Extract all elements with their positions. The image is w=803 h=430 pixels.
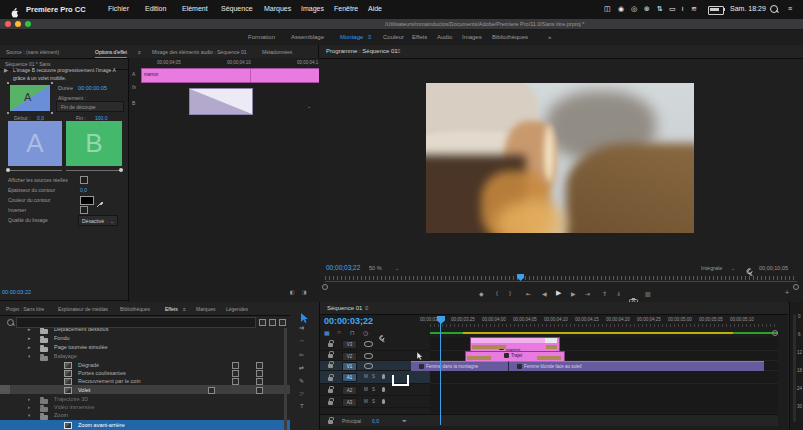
timeline-timecode[interactable]: 00:00:03;22 bbox=[324, 316, 373, 326]
folder-arrow-icon[interactable]: ▸ bbox=[28, 328, 31, 332]
folder-arrow-icon[interactable]: ▸ bbox=[28, 396, 31, 402]
tab-marques[interactable]: Marques bbox=[196, 306, 215, 312]
clip-v1-segment-1[interactable]: Femme dans la montagne bbox=[411, 361, 508, 371]
menu-aide[interactable]: Aide bbox=[368, 5, 382, 12]
zoom-window-button[interactable] bbox=[25, 21, 31, 27]
tab-source[interactable]: Source : (sans élément) bbox=[6, 49, 59, 55]
opt-border-width-value[interactable]: 0,0 bbox=[80, 187, 87, 193]
extract-button[interactable]: ⇓ bbox=[616, 290, 621, 297]
menu-fichier[interactable]: Fichier bbox=[108, 5, 129, 12]
tab-explorateur[interactable]: Explorateur de médias bbox=[58, 306, 108, 312]
lift-button[interactable]: ⇑ bbox=[602, 290, 607, 297]
accelerated-effects-badge[interactable] bbox=[259, 319, 266, 326]
folder-arrow-icon[interactable]: ▸ bbox=[28, 344, 31, 350]
add-marker-button[interactable]: ◆ bbox=[479, 290, 484, 297]
linked-selection-icon[interactable]: ⊓ bbox=[350, 329, 355, 336]
tab-options-effet[interactable]: Options d'effet bbox=[95, 49, 127, 58]
opt-smoothing-dropdown[interactable]: Désactivé ⌄ bbox=[78, 215, 118, 226]
workspace-tab-audio[interactable]: Audio bbox=[437, 34, 452, 40]
step-back-button[interactable]: ◀ bbox=[542, 290, 547, 297]
solo-button[interactable]: S bbox=[372, 387, 375, 392]
alignment-dropdown[interactable]: Fin de découpe bbox=[56, 101, 124, 112]
preview-a-box[interactable]: A bbox=[8, 121, 62, 166]
timeline-playhead-line[interactable] bbox=[440, 320, 441, 425]
program-video-frame[interactable] bbox=[426, 83, 694, 233]
tab-metadonnees[interactable]: Métadonnées bbox=[262, 49, 292, 55]
comparison-view-button[interactable]: ▥ bbox=[645, 290, 651, 297]
lock-icon[interactable] bbox=[328, 377, 333, 381]
effects-folder-row[interactable]: ▸ Vidéo immersive bbox=[0, 403, 290, 411]
workspace-tab-effets[interactable]: Effets bbox=[412, 34, 427, 40]
timeline-playhead-head[interactable] bbox=[437, 316, 445, 324]
status-camera-icon[interactable]: ◉ bbox=[618, 5, 624, 13]
tab-effets-panel[interactable]: Effets bbox=[165, 306, 178, 312]
yuv-badge[interactable] bbox=[279, 319, 286, 326]
effects-folder-row[interactable]: ▸ Déplacement dessous bbox=[0, 328, 290, 333]
timeline-sequence-icon[interactable]: ▦ bbox=[324, 329, 330, 336]
opt-invert-checkbox[interactable] bbox=[80, 206, 88, 214]
voiceover-mic-icon[interactable] bbox=[382, 374, 385, 379]
menubar-app-name[interactable]: Premiere Pro CC bbox=[26, 5, 86, 14]
tab-effets-menu-icon[interactable]: ≡ bbox=[183, 306, 186, 312]
program-fit-chevron-icon[interactable]: ⌄ bbox=[731, 265, 735, 271]
track-header-a1[interactable]: A1 M S bbox=[320, 371, 430, 384]
mini-clip-a[interactable]: marron bbox=[141, 68, 321, 83]
workspace-tab-images[interactable]: Images bbox=[462, 34, 482, 40]
workspace-tab-couleur[interactable]: Couleur bbox=[383, 34, 404, 40]
notification-center-icon[interactable]: ≡ bbox=[788, 5, 792, 12]
eyedropper-icon[interactable] bbox=[96, 194, 104, 212]
transition-wedge[interactable] bbox=[189, 88, 253, 115]
track-header-a2[interactable]: A2 M S bbox=[320, 384, 430, 396]
track-visibility-eye-icon[interactable] bbox=[364, 353, 373, 359]
tab-legendes[interactable]: Légendes bbox=[226, 306, 248, 312]
ripple-edit-tool[interactable]: ↔ bbox=[299, 337, 305, 343]
button-editor-plus[interactable]: + bbox=[785, 289, 789, 296]
status-app-icon[interactable]: ⊛ bbox=[644, 5, 650, 13]
add-marker-timeline-icon[interactable]: ◷ bbox=[363, 329, 368, 336]
program-scroll-right-knob[interactable] bbox=[793, 284, 799, 290]
track-header-v3[interactable]: V3 bbox=[320, 337, 430, 351]
solo-button[interactable]: S bbox=[372, 374, 375, 379]
mute-button[interactable]: M bbox=[364, 374, 368, 379]
workspace-montage-menu-icon[interactable]: ≡ bbox=[368, 34, 372, 40]
effects-folder-row[interactable]: ▾ Balayage bbox=[0, 352, 290, 360]
workspace-tab-bibliotheques[interactable]: Bibliothèques bbox=[492, 34, 528, 40]
status-bluetooth-icon[interactable]: ≀ bbox=[681, 5, 684, 13]
solo-button[interactable]: S bbox=[372, 399, 375, 404]
status-airplay-icon[interactable]: ▭ bbox=[669, 5, 676, 13]
track-chip-a2[interactable]: A2 bbox=[342, 386, 357, 395]
track-header-a3[interactable]: A3 M S bbox=[320, 396, 430, 408]
status-record-icon[interactable]: ◎ bbox=[631, 5, 637, 13]
folder-arrow-icon[interactable]: ▸ bbox=[28, 404, 31, 410]
effects-item-row-selected[interactable]: Volet bbox=[0, 385, 290, 394]
menu-fenetre[interactable]: Fenêtre bbox=[334, 5, 358, 12]
workspace-tab-assemblage[interactable]: Assemblage bbox=[291, 34, 324, 40]
workspace-tab-formation[interactable]: Formation bbox=[248, 34, 275, 40]
window-titlebar[interactable]: /Utilisateurs/romainduclos/Documents/Ado… bbox=[0, 19, 803, 30]
workspace-tab-montage[interactable]: Montage bbox=[340, 34, 363, 40]
program-fit-value[interactable]: Intégrale bbox=[701, 265, 722, 271]
end-slider-track[interactable] bbox=[66, 170, 122, 171]
effects-scrollbar[interactable] bbox=[284, 328, 287, 430]
track-header-v2[interactable]: V2 bbox=[320, 351, 430, 361]
go-to-out-button[interactable]: ⇥ bbox=[585, 290, 590, 297]
menu-sequence[interactable]: Séquence bbox=[221, 5, 253, 12]
mute-button[interactable]: M bbox=[364, 399, 368, 404]
type-tool[interactable]: T bbox=[300, 403, 304, 409]
tab-mixage-audio[interactable]: Mixage des éléments audio : Séquence 01 bbox=[152, 49, 247, 55]
program-timecode[interactable]: 00;00;03;22 bbox=[326, 264, 360, 271]
start-slider-knob[interactable] bbox=[6, 168, 10, 172]
tab-options-effet-menu-icon[interactable]: ≡ bbox=[138, 49, 141, 55]
track-select-forward-tool[interactable]: ⇉ bbox=[299, 324, 304, 331]
effects-search-input[interactable] bbox=[16, 317, 256, 328]
opt-show-sources-checkbox[interactable] bbox=[80, 176, 88, 184]
effects-folder-row[interactable]: ▸ Page tournée simulée bbox=[0, 343, 290, 351]
tab-sequence-01[interactable]: Séquence 01 bbox=[327, 305, 362, 311]
minimize-window-button[interactable] bbox=[15, 21, 21, 27]
effect-controls-footer-timecode[interactable]: 00:00:03:22 bbox=[2, 289, 31, 295]
timeline-panel-menu-icon[interactable]: ≡ bbox=[365, 305, 369, 311]
menu-marques[interactable]: Marques bbox=[264, 5, 291, 12]
clip-v1-segment-2[interactable]: Femme blonde face au soleil bbox=[508, 361, 764, 371]
hand-tool[interactable]: ☞ bbox=[299, 390, 304, 397]
mute-button[interactable]: M bbox=[364, 387, 368, 392]
